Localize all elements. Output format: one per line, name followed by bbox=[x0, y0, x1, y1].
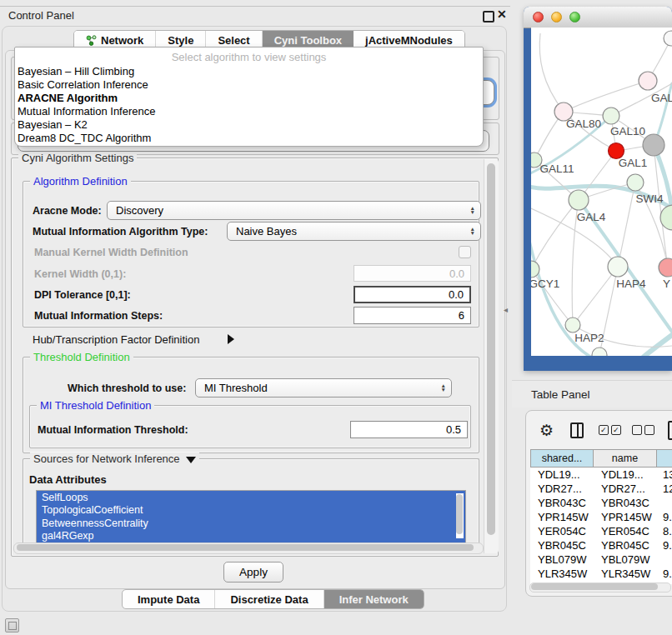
settings-horizontal-scrollbar[interactable] bbox=[13, 542, 484, 554]
node-label: GAL10 bbox=[610, 125, 645, 138]
tab-label: Impute Data bbox=[138, 593, 199, 606]
node-swi4[interactable] bbox=[627, 174, 644, 191]
tab-label: Network bbox=[101, 34, 143, 47]
node-label: HAP2 bbox=[574, 332, 604, 344]
node-gal-partial[interactable] bbox=[639, 72, 657, 90]
node-gal4[interactable] bbox=[569, 190, 589, 210]
tab-label: jActiveMNodules bbox=[365, 34, 453, 47]
column-header-partial[interactable] bbox=[657, 449, 672, 468]
collapse-down-icon[interactable] bbox=[186, 457, 196, 463]
dropdown-option[interactable]: Basic Correlation Inference bbox=[17, 78, 148, 92]
tab-discretize-data[interactable]: Discretize Data bbox=[215, 590, 323, 608]
settings-vertical-scrollbar[interactable] bbox=[484, 159, 499, 553]
node-label: GAL11 bbox=[539, 162, 574, 175]
data-attributes-label: Data Attributes bbox=[29, 473, 107, 486]
algorithm-dropdown-list: Select algorithm to view settings Bayesi… bbox=[14, 47, 484, 147]
node-label: Y bbox=[663, 278, 670, 290]
node-label: GAL4 bbox=[577, 211, 606, 223]
node-gal10[interactable] bbox=[603, 108, 619, 124]
mac-zoom-icon[interactable] bbox=[569, 12, 580, 22]
select-all-checkboxes-icon[interactable]: ✓✓ bbox=[599, 425, 621, 435]
new-document-icon[interactable] bbox=[668, 421, 672, 440]
table-row[interactable]: YLR345W YLR345W 9. bbox=[530, 567, 672, 581]
settings-panel-title: Cyni Algorithm Settings bbox=[18, 152, 137, 164]
dropdown-option[interactable]: Bayesian – Hill Climbing bbox=[17, 65, 134, 78]
cell: 13 bbox=[657, 468, 672, 481]
tab-infer-network[interactable]: Infer Network bbox=[324, 590, 424, 608]
cell: YBR043C bbox=[594, 497, 657, 509]
application-window: Control Panel ✕ Network Style Select Cyn… bbox=[0, 0, 672, 635]
cell: YBR045C bbox=[594, 539, 657, 552]
list-item[interactable]: SelfLoops bbox=[37, 491, 465, 504]
node-unlabeled-top[interactable] bbox=[664, 31, 672, 46]
column-header-shared[interactable]: shared... bbox=[530, 449, 594, 468]
table-row[interactable]: YBL079W YBL079W bbox=[530, 552, 672, 567]
mi-algorithm-type-combobox[interactable]: Naive Bayes ▲▼ bbox=[227, 222, 481, 241]
node-salmon[interactable] bbox=[659, 258, 672, 277]
expand-right-icon[interactable] bbox=[228, 334, 234, 344]
node-label: SWI4 bbox=[635, 192, 663, 205]
cell: YDL19... bbox=[594, 468, 657, 481]
dropdown-option[interactable]: Dream8 DC_TDC Algorithm bbox=[17, 132, 151, 145]
list-item[interactable]: gal4RGexp bbox=[37, 530, 465, 543]
close-icon[interactable]: ✕ bbox=[497, 8, 507, 21]
table-row[interactable]: YBR045C YBR045C 9. bbox=[530, 538, 672, 552]
network-window-titlebar[interactable] bbox=[524, 7, 672, 28]
cell: YBR045C bbox=[530, 539, 594, 552]
dropdown-option-highlighted[interactable]: ARACNE Algorithm bbox=[17, 92, 118, 105]
control-panel-titlebar bbox=[0, 6, 510, 27]
table-body: YDL19... YDL19... 13 YDR27... YDR27... 1… bbox=[530, 468, 672, 584]
gear-icon[interactable]: ⚙ bbox=[539, 422, 554, 438]
mac-minimize-icon[interactable] bbox=[551, 12, 562, 22]
dropdown-option[interactable]: Mutual Information Inference bbox=[17, 105, 155, 118]
list-item[interactable]: BetweennessCentrality bbox=[37, 517, 465, 530]
cell: 9. bbox=[657, 539, 672, 552]
node-hap4[interactable] bbox=[608, 257, 628, 277]
dropdown-option[interactable]: Bayesian – K2 bbox=[17, 118, 88, 132]
combobox-value: Naive Bayes bbox=[236, 225, 297, 238]
node-label: GAL80 bbox=[566, 118, 601, 130]
mac-close-icon[interactable] bbox=[533, 12, 544, 22]
table-row[interactable]: YER054C YER054C 8. bbox=[530, 524, 672, 538]
table-row[interactable]: YDL19... YDL19... 13 bbox=[530, 468, 672, 482]
dpi-tolerance-label: DPI Tolerance [0,1]: bbox=[34, 289, 131, 301]
network-canvas[interactable]: GAL GAL80 GAL10 GAL1 GAL11 SWI4 GAL4 GCY… bbox=[531, 28, 672, 356]
grid-corner-icon[interactable] bbox=[5, 618, 19, 632]
mi-threshold-label: Mutual Information Threshold: bbox=[38, 424, 188, 436]
which-threshold-combobox[interactable]: MI Threshold ▲▼ bbox=[195, 378, 452, 398]
float-window-icon[interactable] bbox=[483, 11, 494, 22]
dpi-tolerance-field[interactable] bbox=[354, 286, 471, 303]
list-item[interactable]: TopologicalCoefficient bbox=[37, 504, 465, 518]
kernel-width-field[interactable] bbox=[354, 265, 471, 282]
table-row[interactable]: YDR27... YDR27... 12 bbox=[530, 482, 672, 496]
scrollbar-thumb[interactable] bbox=[456, 494, 463, 534]
scrollbar-thumb[interactable] bbox=[531, 583, 658, 590]
mi-steps-field[interactable] bbox=[354, 307, 471, 324]
table-row[interactable]: YPR145W YPR145W 9. bbox=[530, 510, 672, 524]
node-unlabeled-bottom[interactable] bbox=[592, 348, 607, 356]
panel-collapse-arrow-icon[interactable]: ◂ bbox=[504, 305, 508, 314]
manual-kernel-width-checkbox[interactable] bbox=[459, 246, 471, 258]
table-header-row: shared... name bbox=[530, 449, 672, 468]
cell: 12 bbox=[657, 482, 672, 495]
apply-button[interactable]: Apply bbox=[223, 562, 283, 582]
data-attributes-list[interactable]: SelfLoops TopologicalCoefficient Between… bbox=[36, 490, 466, 543]
mi-steps-label: Mutual Information Steps: bbox=[34, 310, 163, 322]
scrollbar-thumb[interactable] bbox=[17, 544, 474, 551]
aracne-mode-combobox[interactable]: Discovery ▲▼ bbox=[107, 201, 481, 220]
table-panel-header: Table Panel bbox=[512, 380, 672, 408]
tab-impute-data[interactable]: Impute Data bbox=[123, 590, 215, 608]
node-hap2[interactable] bbox=[565, 318, 580, 332]
tab-label: Style bbox=[168, 34, 193, 47]
list-scrollbar[interactable] bbox=[456, 493, 464, 538]
cell: YPR145W bbox=[530, 511, 594, 523]
mi-threshold-field[interactable] bbox=[350, 421, 468, 438]
table-panel-title: Table Panel bbox=[512, 388, 590, 401]
split-columns-icon[interactable] bbox=[570, 422, 584, 438]
column-header-name[interactable]: name bbox=[594, 449, 657, 468]
table-horizontal-scrollbar[interactable] bbox=[529, 582, 671, 592]
scrollbar-thumb[interactable] bbox=[487, 163, 495, 535]
deselect-all-checkboxes-icon[interactable] bbox=[632, 425, 654, 435]
node-gray[interactable] bbox=[643, 134, 664, 156]
table-row[interactable]: YBR043C YBR043C bbox=[530, 496, 672, 510]
